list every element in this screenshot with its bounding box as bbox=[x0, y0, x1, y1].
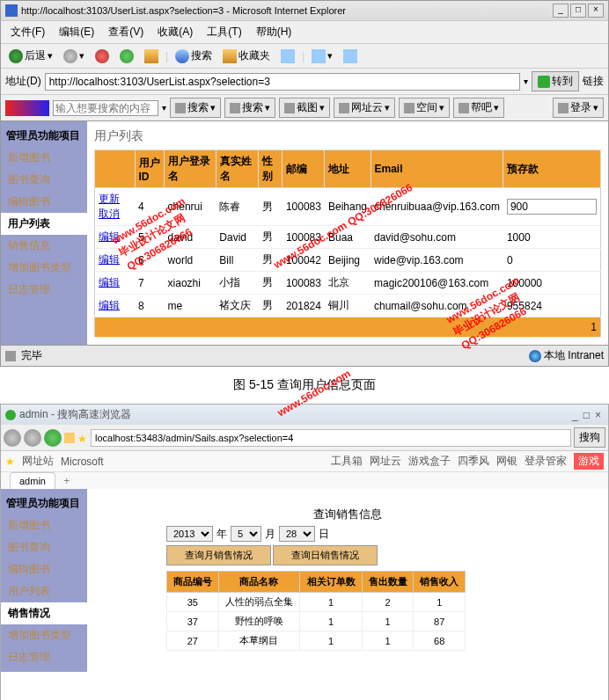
address-input[interactable] bbox=[45, 73, 520, 91]
sidebar-item-4[interactable]: 销售信息 bbox=[1, 235, 87, 257]
stop-button[interactable] bbox=[92, 47, 113, 65]
sogou-forward-button[interactable] bbox=[24, 429, 41, 447]
baidu-space-button[interactable]: 空间 ▾ bbox=[399, 98, 450, 118]
menu-edit[interactable]: 编辑(E) bbox=[54, 23, 99, 41]
address-label: 地址(D) bbox=[5, 74, 41, 89]
sogou-minimize-button[interactable]: _ bbox=[569, 409, 581, 421]
cell-zip: 201824 bbox=[282, 295, 325, 317]
bm-season[interactable]: 四季风 bbox=[458, 454, 489, 469]
close-button[interactable]: × bbox=[588, 4, 604, 18]
history-button[interactable] bbox=[277, 47, 298, 65]
sidebar-item-5[interactable]: 增加图书类型 bbox=[1, 257, 87, 279]
bm-toolbox[interactable]: 工具箱 bbox=[331, 454, 363, 469]
sogou-maximize-button[interactable]: □ bbox=[581, 409, 592, 421]
month-select[interactable]: 5 bbox=[231, 526, 261, 542]
back-button[interactable]: 后退 ▾ bbox=[5, 47, 56, 65]
sidebar-item-3[interactable]: 用户列表 bbox=[1, 213, 87, 235]
sogou-home-icon[interactable] bbox=[64, 433, 75, 443]
row-action[interactable]: 编辑 bbox=[99, 276, 120, 288]
baidu-toolbar: ▾ 搜索 ▾ 搜索 ▾ 截图 ▾ 网址云 ▾ 空间 ▾ 帮吧 ▾ 登录 ▾ bbox=[1, 95, 608, 121]
sogou-sidebar-item-0[interactable]: 新增图书 bbox=[1, 514, 87, 536]
baidu-search-input[interactable] bbox=[53, 100, 158, 116]
baidu-login-button[interactable]: 登录 ▾ bbox=[553, 98, 604, 118]
query-day-button[interactable]: 查询日销售情况 bbox=[273, 545, 378, 565]
bm-bank[interactable]: 网银 bbox=[496, 454, 517, 469]
sales-cell: 27 bbox=[167, 631, 219, 651]
baidu-search-button[interactable]: 搜索 ▾ bbox=[170, 98, 221, 118]
favorites-icon bbox=[223, 49, 237, 63]
sogou-sidebar-item-4[interactable]: 销售情况 bbox=[1, 602, 87, 624]
row-action[interactable]: 编辑 bbox=[99, 253, 120, 266]
refresh-icon bbox=[120, 49, 134, 63]
search-button[interactable]: 搜索 bbox=[172, 47, 216, 65]
cell-email: chenruibuaa@vip.163.com bbox=[371, 188, 503, 226]
home-button[interactable] bbox=[141, 47, 162, 65]
baidu-cloud-button[interactable]: 网址云 ▾ bbox=[334, 98, 395, 118]
sogou-sidebar-item-2[interactable]: 编辑图书 bbox=[1, 558, 87, 580]
row-action-cancel[interactable]: 取消 bbox=[99, 208, 120, 220]
row-action[interactable]: 编辑 bbox=[99, 230, 120, 243]
favorites-button[interactable]: 收藏夹 bbox=[219, 47, 274, 65]
bm-login[interactable]: 登录管家 bbox=[525, 454, 567, 469]
user-table: 用户ID用户登录名真实姓名性别邮编地址Email预存款 更新取消4chenrui… bbox=[94, 149, 601, 338]
cell-login: me bbox=[165, 295, 216, 317]
sogou-sidebar-item-5[interactable]: 增加图书类型 bbox=[1, 624, 87, 646]
tab-new-button[interactable]: + bbox=[58, 475, 75, 487]
forward-button[interactable]: ▾ bbox=[60, 47, 88, 65]
sogou-sidebar-item-1[interactable]: 图书查询 bbox=[1, 536, 87, 558]
baidu-block-button[interactable]: 搜索 ▾ bbox=[224, 98, 275, 118]
sogou-title: admin - 搜狗高速浏览器 bbox=[19, 407, 131, 422]
baidu-help-button[interactable]: 帮吧 ▾ bbox=[453, 98, 504, 118]
sales-cell: 野性的呼唤 bbox=[218, 612, 300, 631]
sidebar-item-0[interactable]: 新增图书 bbox=[1, 147, 87, 169]
print-button[interactable] bbox=[340, 47, 361, 65]
refresh-button[interactable] bbox=[116, 47, 137, 65]
minimize-button[interactable]: _ bbox=[553, 4, 569, 18]
sogou-address-input[interactable] bbox=[91, 429, 571, 447]
sales-col: 相关订单数 bbox=[300, 572, 363, 593]
table-row: 更新取消4chenrui陈睿男100083Beihangchenruibuaa@… bbox=[95, 188, 601, 226]
cell-name: David bbox=[216, 226, 258, 249]
day-select[interactable]: 28 bbox=[279, 526, 315, 542]
login-icon bbox=[558, 103, 569, 113]
sogou-close-button[interactable]: × bbox=[592, 409, 604, 421]
menu-help[interactable]: 帮助(H) bbox=[251, 23, 297, 41]
table-row: 编辑7xiaozhi小指男100083北京magic200106@163.com… bbox=[95, 272, 601, 295]
menu-tools[interactable]: 工具(T) bbox=[202, 23, 246, 41]
space-icon bbox=[404, 103, 415, 113]
pager[interactable]: 1 bbox=[95, 317, 601, 338]
sidebar-item-1[interactable]: 图书查询 bbox=[1, 169, 87, 191]
print-icon bbox=[343, 49, 357, 63]
mail-button[interactable]: ▾ bbox=[308, 47, 336, 65]
menu-favorites[interactable]: 收藏(A) bbox=[152, 23, 198, 41]
sidebar-item-2[interactable]: 编辑图书 bbox=[1, 191, 87, 213]
cell-addr: Buaa bbox=[325, 226, 371, 249]
sidebar-item-6[interactable]: 日志管理 bbox=[1, 279, 87, 301]
sales-cell: 1 bbox=[300, 593, 363, 612]
deposit-input[interactable] bbox=[507, 199, 597, 215]
row-action[interactable]: 更新 bbox=[99, 193, 120, 205]
go-button[interactable]: 转到 bbox=[532, 71, 579, 91]
bm-cloud[interactable]: 网址云 bbox=[370, 454, 401, 469]
sogou-tabstrip: admin + bbox=[1, 472, 608, 489]
menu-view[interactable]: 查看(V) bbox=[103, 23, 149, 41]
ie-logo-icon bbox=[5, 4, 18, 17]
sogou-sidebar-item-3[interactable]: 用户列表 bbox=[1, 580, 87, 602]
sogou-search-button[interactable]: 搜狗 bbox=[574, 427, 605, 448]
baidu-capture-button[interactable]: 截图 ▾ bbox=[279, 98, 330, 118]
tab-admin[interactable]: admin bbox=[10, 472, 55, 489]
sogou-sidebar-item-6[interactable]: 日志管理 bbox=[1, 646, 87, 668]
links-button[interactable]: 链接 bbox=[583, 74, 604, 89]
year-select[interactable]: 2013 bbox=[166, 526, 213, 542]
maximize-button[interactable]: □ bbox=[570, 4, 586, 18]
bm-gamebox[interactable]: 游戏盒子 bbox=[408, 454, 451, 469]
bm-sitenav[interactable]: 网址站 bbox=[22, 454, 54, 469]
baidu-logo-icon[interactable] bbox=[5, 100, 49, 116]
sogou-refresh-button[interactable] bbox=[44, 429, 62, 447]
query-month-button[interactable]: 查询月销售情况 bbox=[166, 545, 271, 565]
menu-file[interactable]: 文件(F) bbox=[5, 23, 50, 41]
row-action[interactable]: 编辑 bbox=[99, 299, 120, 311]
bm-game[interactable]: 游戏 bbox=[574, 453, 604, 470]
sogou-back-button[interactable] bbox=[4, 429, 21, 447]
bm-microsoft[interactable]: Microsoft bbox=[61, 456, 104, 468]
